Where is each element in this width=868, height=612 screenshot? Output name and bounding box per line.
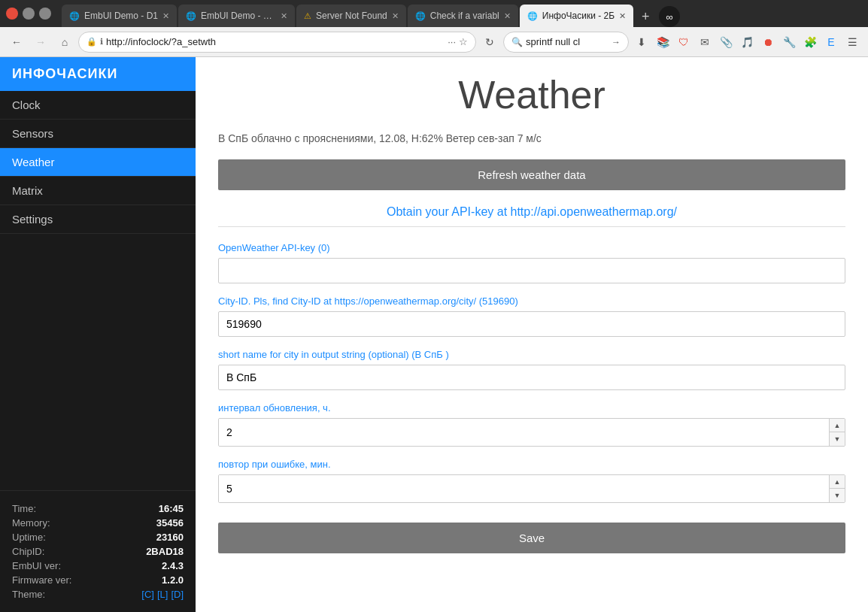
interval-down-button[interactable]: ▼ [830,432,845,446]
chipid-label: ChipID: [12,546,44,557]
sidebar-item-clock[interactable]: Clock [0,91,196,120]
tab-icon-4: 🌐 [415,11,426,21]
app-title: ИНФОЧАСИКИ [0,57,196,91]
interval-up-button[interactable]: ▲ [830,419,845,432]
tab-label-2: EmbUI Demo - D180 [201,11,276,21]
toolbar-icons: ⬇ 📚 🛡 ✉ 📎 🎵 ⏺ 🔧 🧩 E ☰ [632,32,862,52]
api-key-group: OpenWeather API-key (0) [218,242,845,283]
retry-input-wrapper: ▲ ▼ [218,474,845,503]
search-bar[interactable]: 🔍 → [503,32,629,53]
retry-down-button[interactable]: ▼ [830,489,845,502]
time-label: Time: [12,503,36,514]
tab-1[interactable]: 🌐 EmbUI Demo - D1 ✕ [62,5,177,27]
tab-4[interactable]: 🌐 Check if a variabl ✕ [408,5,518,27]
retry-input[interactable] [219,475,829,502]
chipid-value: 2BAD18 [146,546,184,557]
extension8-icon[interactable]: E [821,32,841,52]
bookmark-button[interactable]: ☆ [459,36,468,47]
theme-options: [C] [L] [D] [141,589,184,600]
new-tab-button[interactable]: + [635,6,656,27]
address-menu-button[interactable]: ··· [448,36,456,47]
interval-spinners: ▲ ▼ [829,419,845,446]
tab-5[interactable]: 🌐 ИнфоЧасики - 2Б ✕ [520,5,633,27]
tab-close-5[interactable]: ✕ [619,11,626,21]
time-value: 16:45 [159,503,184,514]
search-input[interactable] [526,36,609,47]
tab-icon-2: 🌐 [186,11,196,21]
back-button[interactable]: ← [6,32,27,53]
api-key-input[interactable] [218,258,845,283]
maximize-button[interactable]: □ [39,8,51,20]
sidebar-item-sensors[interactable]: Sensors [0,120,196,148]
refresh-weather-button[interactable]: Refresh weather data [218,159,845,190]
retry-up-button[interactable]: ▲ [830,475,845,489]
tab-close-4[interactable]: ✕ [504,11,511,21]
forward-button[interactable]: → [30,32,51,53]
sidebar-item-matrix[interactable]: Matrix [0,177,196,205]
interval-input-wrapper: ▲ ▼ [218,418,845,447]
sidebar-matrix-label: Matrix [12,184,43,197]
uptime-value: 23160 [156,532,184,543]
interval-input[interactable] [219,419,829,446]
city-name-input[interactable] [218,365,845,390]
retry-group: повтор при ошибке, мин. ▲ ▼ [218,459,845,503]
extension5-icon[interactable]: ⏺ [758,32,778,52]
download-icon[interactable]: ⬇ [632,32,651,52]
profile-button[interactable]: ∞ [659,6,680,27]
api-key-label: OpenWeather API-key (0) [218,242,845,253]
city-name-group: short name for city in output string (op… [218,349,845,390]
extension2-icon[interactable]: ✉ [695,32,715,52]
api-link[interactable]: Obtain your API-key at http://api.openwe… [218,205,845,227]
tab-icon-1: 🌐 [69,11,80,21]
address-bar[interactable]: 🔒 ℹ ··· ☆ [78,32,476,53]
interval-label: интервал обновления, ч. [218,402,845,414]
tab-label-1: EmbUI Demo - D1 [84,11,158,21]
save-button[interactable]: Save [218,523,845,553]
sidebar-clock-label: Clock [12,98,41,111]
search-icon: 🔍 [511,37,523,47]
tab-3[interactable]: ⚠ Server Not Found ✕ [296,5,406,27]
bookmarks-icon[interactable]: 📚 [653,32,672,52]
retry-spinners: ▲ ▼ [829,475,845,502]
tab-2[interactable]: 🌐 EmbUI Demo - D180 ✕ [178,5,295,27]
tab-label-3: Server Not Found [316,11,387,21]
weather-status: В СпБ облачно с прояснениями, 12.08, H:6… [218,132,845,144]
tab-close-3[interactable]: ✕ [392,11,399,21]
tab-close-1[interactable]: ✕ [162,11,169,21]
tab-label-5: ИнфоЧасики - 2Б [542,11,615,21]
theme-d[interactable]: [D] [171,589,184,600]
extension1-icon[interactable]: 🛡 [674,32,693,52]
tab-close-2[interactable]: ✕ [281,11,287,21]
refresh-button[interactable]: ↻ [479,32,500,53]
sidebar-item-settings[interactable]: Settings [0,205,196,234]
extension7-icon[interactable]: 🧩 [800,32,820,52]
interval-group: интервал обновления, ч. ▲ ▼ [218,402,845,447]
city-id-group: City-ID. Pls, find City-ID at https://op… [218,295,845,337]
city-id-label: City-ID. Pls, find City-ID at https://op… [218,295,845,307]
warning-icon-tab3: ⚠ [304,11,311,21]
theme-l[interactable]: [L] [157,589,168,600]
embui-value: 2.4.3 [162,560,184,571]
security-indicator: ℹ [100,37,103,47]
memory-value: 35456 [156,517,184,529]
firmware-label: Firmware ver: [12,574,71,586]
extension6-icon[interactable]: 🔧 [779,32,799,52]
sidebar-settings-label: Settings [12,213,53,226]
sidebar-sensors-label: Sensors [12,127,53,140]
content-area: Weather В СпБ облачно с прояснениями, 12… [196,57,868,612]
home-button[interactable]: ⌂ [54,32,75,53]
extension3-icon[interactable]: 📎 [716,32,736,52]
retry-label: повтор при ошибке, мин. [218,459,845,470]
profile-icon: ∞ [666,11,673,23]
uptime-label: Uptime: [12,532,46,543]
extension4-icon[interactable]: 🎵 [737,32,757,52]
city-id-input[interactable] [218,311,845,337]
firmware-value: 1.2.0 [162,574,184,586]
sidebar-item-weather[interactable]: Weather [0,148,196,177]
address-input[interactable] [106,36,445,47]
close-button[interactable]: ✕ [6,8,18,20]
search-submit-icon[interactable]: → [612,37,621,47]
menu-button[interactable]: ☰ [842,32,862,52]
minimize-button[interactable]: — [23,8,35,20]
theme-c[interactable]: [C] [141,589,154,600]
